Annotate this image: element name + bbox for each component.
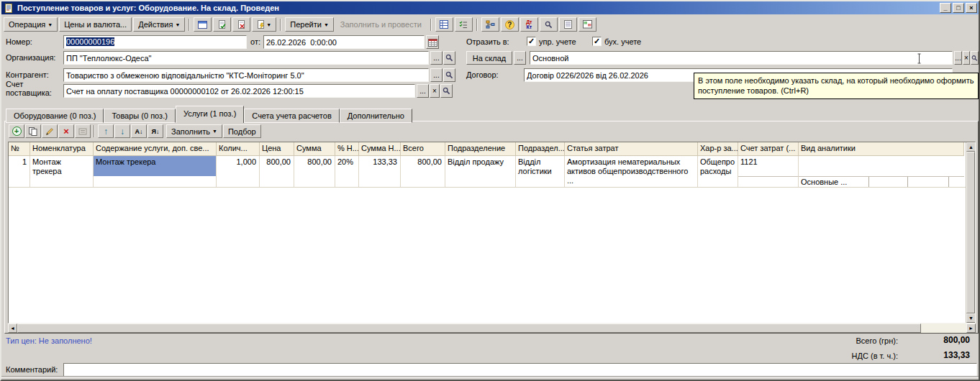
price-type-link[interactable]: Тип цен: Не заполнено! <box>6 336 92 345</box>
supplier-invoice-input[interactable] <box>63 84 415 98</box>
contractor-input[interactable] <box>63 68 429 82</box>
goto-button[interactable]: Перейти ▼ <box>285 17 334 32</box>
scroll-up-button[interactable]: ▲ <box>966 142 976 152</box>
cell-price[interactable]: 800,00 <box>260 156 294 187</box>
cost-account-subcell[interactable] <box>738 176 798 187</box>
tab-settlement-accounts[interactable]: Счета учета расчетов <box>244 109 339 123</box>
column-header-subdepartment[interactable]: Подраздел... <box>516 142 565 156</box>
open-list-button[interactable] <box>194 17 212 32</box>
minimize-button[interactable]: _ <box>940 3 951 13</box>
cell-nomenclature[interactable]: Монтаж трекера <box>30 156 94 187</box>
cell-service-content[interactable]: Монтаж трекера <box>94 156 217 187</box>
cell-cost-account[interactable]: 1121 <box>738 156 799 187</box>
cell-analytics[interactable]: Основные ... <box>799 156 964 187</box>
end-edit-button[interactable] <box>75 124 91 138</box>
management-accounting-label[interactable]: упр. учете <box>539 37 576 46</box>
management-accounting-checkbox[interactable]: ✓ <box>527 37 536 46</box>
check-list-button[interactable] <box>455 17 473 32</box>
tab-equipment[interactable]: Оборудование (0 поз.) <box>6 109 104 123</box>
cell-sum[interactable]: 800,00 <box>294 156 335 187</box>
organization-browse-button[interactable]: ... <box>430 51 443 65</box>
supplier-invoice-clear-button[interactable]: × <box>430 84 440 98</box>
contractor-search-button[interactable] <box>443 68 455 82</box>
fill-button[interactable]: Заполнить ▼ <box>166 124 222 138</box>
accounting-checkbox[interactable]: ✓ <box>592 37 602 46</box>
warehouse-browse-button[interactable]: ... <box>954 51 962 65</box>
cell-cost-item[interactable]: Амортизация нематериальных активов общеп… <box>565 156 698 187</box>
horizontal-scrollbar-track[interactable] <box>921 323 966 333</box>
column-header-vat-rate[interactable]: % Н... <box>335 142 359 156</box>
supplier-invoice-search-button[interactable] <box>440 84 453 98</box>
column-header-cost-account[interactable]: Счет затрат (... <box>738 142 799 156</box>
post-document-button[interactable] <box>213 17 231 32</box>
cell-subdepartment[interactable]: Відділ логістики <box>516 156 565 187</box>
related-information-button[interactable] <box>579 17 596 32</box>
tab-services[interactable]: Услуги (1 поз.) <box>176 106 244 123</box>
move-row-down-button[interactable]: ↓ <box>114 124 130 138</box>
report-structure-button[interactable] <box>435 17 453 32</box>
column-header-sum[interactable]: Сумма <box>294 142 335 156</box>
cell-cost-kind[interactable]: Общепро расходы <box>698 156 738 187</box>
move-row-up-button[interactable]: ↑ <box>98 124 114 138</box>
subordination-structure-button[interactable] <box>481 17 499 32</box>
cell-vat-rate[interactable]: 20% <box>335 156 359 187</box>
warehouse-mode-button[interactable]: На склад <box>466 51 512 65</box>
analytics-empty-cell[interactable] <box>869 177 908 187</box>
column-header-price[interactable]: Цена <box>260 142 294 156</box>
comment-input[interactable] <box>63 363 977 377</box>
column-header-cost-item[interactable]: Статья затрат <box>565 142 698 156</box>
cell-total[interactable]: 800,00 <box>401 156 445 187</box>
copy-row-button[interactable] <box>25 124 41 138</box>
column-header-total[interactable]: Всего <box>401 142 445 156</box>
organization-search-button[interactable] <box>443 51 455 65</box>
column-header-vat-sum[interactable]: Сумма Н... <box>359 142 401 156</box>
help-button[interactable]: ? <box>501 17 519 32</box>
vertical-scrollbar-thumb[interactable] <box>966 152 975 313</box>
cancel-posting-button[interactable] <box>232 17 250 32</box>
actions-button[interactable]: Действия ▼ <box>133 17 185 32</box>
column-header-quantity[interactable]: Колич... <box>217 142 260 156</box>
selected-cell[interactable]: Монтаж трекера <box>94 156 216 176</box>
horizontal-scrollbar-thumb[interactable] <box>17 323 921 333</box>
create-based-on-button[interactable]: ▼ <box>252 17 276 32</box>
cell-row-number[interactable]: 1 <box>9 156 30 187</box>
accounting-label[interactable]: бух. учете <box>604 37 641 46</box>
organization-input[interactable] <box>63 51 429 65</box>
warehouse-mode-browse-button[interactable]: ... <box>514 51 526 65</box>
cell-quantity[interactable]: 1,000 <box>217 156 260 187</box>
scroll-down-button[interactable]: ▼ <box>966 313 976 323</box>
operation-button[interactable]: Операция ▼ <box>4 17 58 32</box>
pick-button[interactable]: Подбор <box>223 124 261 138</box>
warehouse-clear-button[interactable]: × <box>963 51 970 65</box>
prices-currency-button[interactable]: Цены и валюта... <box>59 17 132 32</box>
fill-and-post-button[interactable]: Заполнить и провести <box>335 17 427 32</box>
column-header-nomenclature[interactable]: Номенклатура <box>30 142 94 156</box>
contractor-browse-button[interactable]: ... <box>430 68 443 82</box>
cell-department[interactable]: Відділ продажу <box>445 156 516 187</box>
tab-goods[interactable]: Товары (0 поз.) <box>104 109 175 123</box>
cell-vat-sum[interactable]: 133,33 <box>359 156 401 187</box>
column-header-analytics[interactable]: Вид аналитики <box>799 142 964 156</box>
tab-additional[interactable]: Дополнительно <box>340 109 412 123</box>
sort-descending-button[interactable]: Я↓ <box>148 124 163 138</box>
scroll-right-button[interactable]: ► <box>966 323 976 333</box>
dt-kt-button[interactable]: Дт Кт <box>520 17 538 32</box>
scroll-left-button[interactable]: ◄ <box>8 323 17 333</box>
column-header-content[interactable]: Содержание услуги, доп. све... <box>94 142 217 156</box>
sort-ascending-button[interactable]: А↓ <box>131 124 147 138</box>
column-header-num[interactable]: № <box>9 142 30 156</box>
maximize-button[interactable]: □ <box>953 3 964 13</box>
calendar-button[interactable] <box>426 35 439 49</box>
supplier-invoice-browse-button[interactable]: ... <box>417 84 429 98</box>
column-header-department[interactable]: Подразделение <box>445 142 516 156</box>
number-field[interactable]: 00000000196 <box>63 35 247 49</box>
add-row-button[interactable]: + <box>9 124 24 138</box>
column-header-cost-kind[interactable]: Хар-р за... <box>698 142 738 156</box>
date-input[interactable] <box>263 35 425 49</box>
warehouse-search-button[interactable] <box>971 51 979 65</box>
edit-row-button[interactable] <box>42 124 58 138</box>
delete-row-button[interactable]: × <box>58 124 74 138</box>
find-button[interactable] <box>540 17 558 32</box>
analytics-empty-cell[interactable] <box>908 177 949 187</box>
warehouse-input[interactable] <box>530 51 953 65</box>
